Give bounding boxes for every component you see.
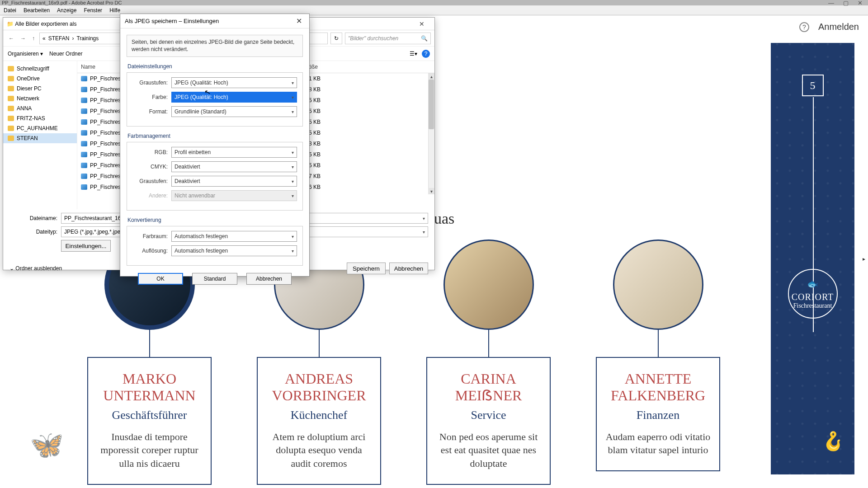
chevron-down-icon: ▾ (292, 179, 294, 184)
maximize-icon[interactable]: ▢ (843, 0, 849, 6)
view-mode-icon[interactable]: ☰▾ (410, 51, 417, 57)
resolution-select[interactable]: Automatisch festlegen▾ (171, 245, 297, 256)
nav-item[interactable]: OneDrive (3, 74, 77, 84)
folder-icon (8, 126, 14, 131)
up-icon[interactable]: ↑ (30, 35, 37, 42)
filetype-label: Dateityp: (9, 229, 57, 235)
label-color: Farbe: (132, 94, 168, 100)
menu-datei[interactable]: Datei (0, 7, 20, 14)
person-card: CARINA MEIẞNER Service Non ped eos aperu… (426, 239, 551, 485)
menu-fenster[interactable]: Fenster (80, 7, 106, 14)
label-grayscale: Graustufen: (132, 178, 168, 184)
scroll-up-icon[interactable]: ▴ (428, 73, 434, 80)
chevron-right-icon: › (72, 35, 74, 42)
nav-item[interactable]: FRITZ-NAS (3, 113, 77, 123)
chevron-down-icon: ▾ (292, 234, 294, 239)
chevron-down-icon: ▾ (292, 249, 294, 253)
image-icon (81, 108, 87, 114)
nav-item[interactable]: Dieser PC (3, 84, 77, 94)
scrollbar[interactable]: ▴ ▾ (428, 73, 434, 194)
person-desc: Non ped eos aperume sit est eat quasitet… (435, 430, 542, 470)
nav-item[interactable]: STEFAN (3, 133, 77, 143)
label-other: Andere: (132, 192, 168, 199)
nav-item[interactable]: PC_AUFNAHME (3, 123, 77, 133)
chevron-down-icon: ▾ (292, 164, 294, 169)
butterfly-icon: 🦋 (30, 429, 64, 461)
pdf-sidebar: 5 🐟 CORIORT Fischrestaurant 🪝 (771, 43, 854, 474)
signin-link[interactable]: Anmelden (818, 22, 859, 32)
help-icon[interactable]: ? (799, 22, 809, 32)
chevron-down-icon: ▾ (423, 216, 425, 221)
label-grayscale: Graustufen: (132, 80, 168, 86)
help-icon[interactable]: ? (422, 50, 430, 58)
rgb-select[interactable]: Profil einbetten▾ (171, 147, 297, 158)
new-folder-button[interactable]: Neuer Ordner (49, 51, 82, 57)
back-icon[interactable]: ← (7, 35, 16, 42)
refresh-icon[interactable]: ↻ (330, 33, 342, 44)
fish-icon: 🐟 (807, 278, 818, 289)
person-role: Service (435, 408, 542, 422)
label-rgb: RGB: (132, 149, 168, 155)
chevron-down-icon[interactable]: ⌄ (9, 265, 14, 272)
label-format: Format: (132, 108, 168, 115)
jpeg-settings-dialog: Als JPEG speichern – Einstellungen ✕ Sei… (120, 14, 310, 277)
folder-icon (8, 66, 14, 71)
ok-button[interactable]: OK (138, 273, 183, 285)
person-desc: Inusdae di tempore mporessit coreper rup… (96, 430, 203, 470)
nav-item[interactable]: ANNA (3, 103, 77, 113)
image-icon (81, 184, 87, 190)
avatar (443, 239, 534, 330)
close-icon[interactable]: ✕ (858, 0, 863, 6)
close-icon[interactable]: ✕ (413, 20, 431, 28)
grayscale-select[interactable]: JPEG (Qualität: Hoch)▾ (171, 77, 297, 88)
forward-icon[interactable]: → (19, 35, 28, 42)
folder-icon (8, 96, 14, 101)
cancel-button[interactable]: Abbrechen (389, 263, 428, 274)
image-icon (81, 130, 87, 136)
nav-item[interactable]: Schnellzugriff (3, 64, 77, 74)
settings-button[interactable]: Einstellungen... (61, 240, 111, 252)
menu-hilfe[interactable]: Hilfe (106, 7, 124, 14)
group-file-settings: Dateieinstellungen (127, 63, 303, 70)
person-desc: Atem re doluptium arci dolupta esequo ve… (266, 430, 372, 470)
app-titlebar: PP_Fischrestaurant_16x9.pdf - Adobe Acro… (0, 0, 868, 5)
format-select[interactable]: Grundlinie (Standard)▾ (171, 106, 297, 117)
app-title: PP_Fischrestaurant_16x9.pdf - Adobe Acro… (2, 0, 828, 5)
minimize-icon[interactable]: — (828, 0, 834, 6)
color-select[interactable]: JPEG (Qualität: Hoch)▾ (171, 92, 297, 103)
cancel-button[interactable]: Abbrechen (246, 273, 292, 285)
folder-icon: 📁 (7, 21, 14, 27)
person-role: Geschäftsführer (96, 408, 203, 422)
folder-icon (8, 86, 14, 91)
scroll-down-icon[interactable]: ▾ (428, 188, 434, 194)
nav-tree: SchnellzugriffOneDriveDieser PCNetzwerkA… (3, 61, 77, 209)
colorspace-select[interactable]: Automatisch festlegen▾ (171, 231, 297, 242)
menu-anzeige[interactable]: Anzeige (53, 7, 80, 14)
folder-icon (8, 136, 14, 141)
folder-icon (8, 116, 14, 121)
chevron-down-icon: ▾ (292, 150, 294, 155)
image-icon (81, 141, 87, 146)
nav-item[interactable]: Netzwerk (3, 94, 77, 103)
scroll-marker-icon[interactable]: ▸ (863, 256, 865, 262)
person-desc: Audam eaperro odi vitatio blam vitatur s… (605, 430, 711, 457)
chevron-down-icon: ▾ (292, 80, 294, 85)
filename-label: Dateiname: (9, 215, 57, 221)
dialog-title: Als JPEG speichern – Einstellungen (125, 18, 293, 24)
search-input[interactable]: "Bilder" durchsuchen 🔍 (345, 33, 431, 44)
save-button[interactable]: Speichern (347, 263, 386, 274)
chevron-down-icon: ▾ (423, 230, 425, 235)
hook-icon: 🪝 (822, 431, 844, 452)
menu-bearbeiten[interactable]: Bearbeiten (20, 7, 53, 14)
standard-button[interactable]: Standard (192, 273, 237, 285)
hint-text: Seiten, bei denen ein einzelnes JPEG-Bil… (127, 35, 303, 57)
image-icon (81, 152, 87, 157)
cmyk-select[interactable]: Deaktiviert▾ (171, 161, 297, 172)
grayscale-cm-select[interactable]: Deaktiviert▾ (171, 176, 297, 187)
other-select: Nicht anwendbar▾ (171, 190, 297, 201)
close-icon[interactable]: ✕ (293, 17, 305, 25)
organize-button[interactable]: Organisieren ▾ (8, 51, 43, 57)
scroll-thumb[interactable] (429, 80, 434, 129)
hide-folders-toggle[interactable]: Ordner ausblenden (15, 265, 62, 272)
person-card: ANNETTE FALKENBERG Finanzen Audam eaperr… (596, 239, 720, 485)
